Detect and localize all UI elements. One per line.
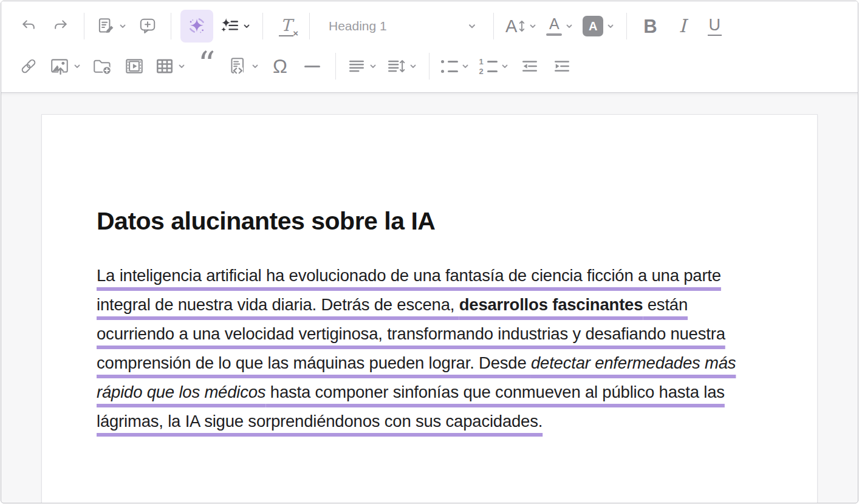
media-embed-icon: [124, 56, 145, 76]
rich-text-editor: T × Heading 1 A A: [1, 1, 858, 503]
toolbar-separator: [429, 53, 430, 80]
undo-button[interactable]: [15, 12, 43, 41]
chevron-down-icon: [501, 62, 509, 70]
folder-plus-icon: [92, 56, 112, 76]
font-size-icon: A: [505, 18, 525, 35]
italic-button[interactable]: I: [668, 12, 696, 41]
insert-image-icon: [49, 56, 70, 76]
numbered-list-button[interactable]: 1 2: [476, 52, 512, 81]
vertical-resize-arrow-icon: [518, 19, 525, 33]
toolbar-separator: [309, 13, 310, 39]
ai-highlighted-text[interactable]: La inteligencia artificial ha evoluciona…: [97, 266, 736, 431]
ai-sparkle-icon: [187, 16, 207, 36]
line-height-button[interactable]: [384, 52, 420, 81]
toolbar: T × Heading 1 A A: [1, 1, 858, 93]
remove-format-icon: T ×: [279, 16, 293, 36]
special-characters-icon: Ω: [273, 56, 287, 76]
ai-assistant-button[interactable]: [180, 10, 213, 43]
redo-button[interactable]: [47, 12, 75, 41]
chevron-down-icon: [369, 62, 377, 70]
insert-table-icon: [155, 57, 174, 75]
ai-commands-icon: [220, 16, 239, 36]
ai-commands-button[interactable]: [217, 12, 253, 41]
add-comment-icon: [138, 16, 157, 36]
chevron-down-icon: [242, 22, 251, 30]
increase-indent-icon: [553, 58, 571, 74]
numbered-list-icon: 1 2: [479, 59, 498, 73]
track-changes-button[interactable]: [94, 12, 129, 41]
heading-dropdown[interactable]: Heading 1: [319, 12, 484, 41]
underline-icon: U: [708, 17, 722, 36]
file-manager-button[interactable]: [88, 52, 116, 81]
font-size-button[interactable]: A: [503, 12, 539, 41]
horizontal-line-icon: [304, 66, 320, 67]
chevron-down-icon: [177, 62, 186, 70]
chevron-down-icon: [251, 62, 259, 70]
insert-table-button[interactable]: [152, 52, 188, 81]
bold-icon: B: [643, 17, 657, 36]
document-page[interactable]: Datos alucinantes sobre la IA La intelig…: [41, 114, 818, 503]
link-icon: [19, 56, 38, 76]
block-quote-button[interactable]: “: [193, 52, 221, 81]
underline-button[interactable]: U: [700, 12, 728, 41]
font-background-color-icon: A: [583, 16, 603, 36]
remove-format-button[interactable]: T ×: [272, 12, 300, 41]
undo-icon: [20, 18, 37, 35]
document-heading[interactable]: Datos alucinantes sobre la IA: [97, 207, 762, 236]
toolbar-row-1: T × Heading 1 A A: [15, 6, 844, 46]
track-changes-icon: [96, 16, 115, 36]
redo-icon: [52, 18, 69, 35]
heading-dropdown-label: Heading 1: [329, 19, 387, 33]
increase-indent-button[interactable]: [548, 52, 576, 81]
decrease-indent-button[interactable]: [516, 52, 544, 81]
bulleted-list-icon: [441, 59, 458, 73]
add-comment-button[interactable]: [134, 12, 162, 41]
link-button[interactable]: [15, 52, 43, 81]
toolbar-separator: [626, 13, 627, 39]
italic-icon: I: [679, 17, 686, 35]
block-quote-icon: “: [198, 64, 216, 78]
text-alignment-button[interactable]: [345, 52, 380, 81]
text-alignment-icon: [347, 58, 366, 75]
font-background-color-button[interactable]: A: [580, 12, 617, 41]
toolbar-row-2: “ Ω: [15, 46, 844, 86]
insert-image-button[interactable]: [47, 52, 84, 81]
media-embed-button[interactable]: [120, 52, 148, 81]
toolbar-separator: [171, 13, 171, 39]
horizontal-line-button[interactable]: [298, 52, 326, 81]
font-color-icon: A: [546, 16, 562, 36]
bold-button[interactable]: B: [636, 12, 664, 41]
document-paragraph[interactable]: La inteligencia artificial ha evoluciona…: [97, 261, 762, 436]
bulleted-list-button[interactable]: [439, 52, 472, 81]
chevron-down-icon: [461, 62, 470, 70]
chevron-down-icon: [565, 22, 573, 30]
toolbar-separator: [493, 13, 494, 39]
line-height-icon: [386, 58, 406, 75]
toolbar-separator: [262, 13, 263, 39]
font-color-button[interactable]: A: [544, 12, 576, 41]
font-color-bar: [546, 33, 562, 36]
code-block-button[interactable]: [225, 52, 262, 81]
editor-content-area: Datos alucinantes sobre la IA La intelig…: [1, 93, 858, 503]
chevron-down-icon: [118, 22, 127, 30]
special-characters-button[interactable]: Ω: [266, 52, 294, 81]
code-block-icon: [227, 56, 248, 77]
chevron-down-icon: [529, 22, 537, 30]
toolbar-separator: [335, 53, 336, 80]
chevron-down-icon: [606, 22, 615, 30]
chevron-down-icon: [409, 62, 417, 70]
chevron-down-icon: [467, 21, 477, 31]
paragraph-segment-bold[interactable]: desarrollos fascinantes: [459, 295, 643, 314]
chevron-down-icon: [73, 62, 81, 70]
toolbar-separator: [84, 13, 84, 39]
decrease-indent-icon: [521, 58, 539, 74]
